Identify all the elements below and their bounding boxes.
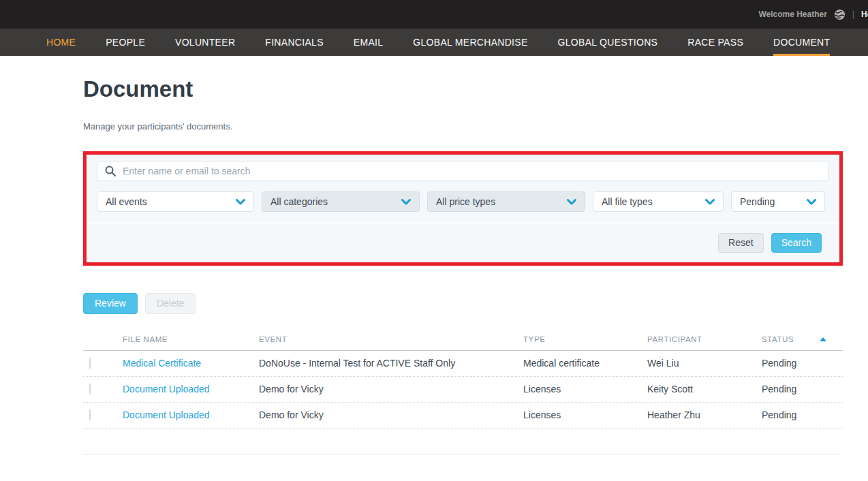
table-header-row: FILE NAME EVENT TYPE PARTICIPANT STATUS — [83, 329, 843, 351]
chevron-down-icon — [567, 196, 576, 207]
status-dropdown-value: Pending — [740, 196, 775, 207]
filter-dropdown-row: All events All categories All price type… — [87, 181, 839, 222]
column-header-file-name[interactable]: FILE NAME — [123, 335, 259, 343]
event-cell: DoNoUse - Internal Test for ACTIVE Staff… — [259, 358, 523, 369]
categories-dropdown-value: All categories — [270, 196, 328, 207]
table-footer-spacer — [83, 429, 843, 454]
categories-dropdown[interactable]: All categories — [262, 191, 420, 212]
participant-cell: Wei Liu — [647, 358, 762, 369]
price-types-dropdown[interactable]: All price types — [427, 191, 585, 212]
row-checkbox[interactable] — [89, 409, 91, 420]
chevron-down-icon — [401, 196, 411, 207]
page-subtitle: Manage your participants' documents. — [83, 121, 843, 131]
nav-item-race-pass[interactable]: RACE PASS — [687, 29, 743, 56]
nav-item-home[interactable]: HOME — [46, 29, 76, 56]
column-header-participant[interactable]: PARTICIPANT — [647, 335, 762, 343]
help-link[interactable]: Help — [861, 10, 868, 19]
review-button[interactable]: Review — [83, 293, 138, 314]
page-title: Document — [83, 78, 843, 100]
participant-cell: Heather Zhu — [647, 409, 762, 420]
nav-item-financials[interactable]: FINANCIALS — [265, 29, 323, 56]
search-button[interactable]: Search — [771, 233, 822, 253]
chevron-down-icon — [705, 196, 715, 207]
nav-item-global-questions[interactable]: GLOBAL QUESTIONS — [558, 29, 658, 56]
nav-item-volunteer[interactable]: VOLUNTEER — [175, 29, 235, 56]
table-row: Document Uploaded Demo for Vicky License… — [83, 377, 843, 403]
globe-icon[interactable] — [834, 9, 846, 20]
search-panel-footer: Reset Search — [87, 222, 839, 262]
file-name-link[interactable]: Medical Certificate — [123, 358, 259, 369]
topbar-separator: | — [852, 10, 854, 19]
event-cell: Demo for Vicky — [259, 384, 523, 394]
row-checkbox[interactable] — [89, 384, 91, 394]
status-cell: Pending — [762, 409, 843, 420]
type-cell: Licenses — [523, 409, 647, 420]
events-dropdown-value: All events — [106, 196, 147, 207]
type-cell: Licenses — [523, 384, 647, 394]
file-name-link[interactable]: Document Uploaded — [123, 409, 259, 420]
column-header-status[interactable]: STATUS — [762, 335, 843, 343]
reset-button[interactable]: Reset — [718, 233, 764, 253]
status-cell: Pending — [762, 358, 843, 369]
delete-button[interactable]: Delete — [145, 293, 196, 314]
nav-item-global-merchandise[interactable]: GLOBAL MERCHANDISE — [413, 29, 527, 56]
price-types-dropdown-value: All price types — [436, 196, 495, 207]
page-content: Document Manage your participants' docum… — [0, 78, 868, 454]
sort-ascending-icon[interactable] — [820, 337, 826, 341]
column-header-type[interactable]: TYPE — [523, 335, 647, 343]
file-name-link[interactable]: Document Uploaded — [123, 384, 259, 394]
topbar: Welcome Heather | Help — [0, 0, 868, 29]
file-types-dropdown[interactable]: All file types — [593, 191, 724, 212]
file-types-dropdown-value: All file types — [602, 196, 653, 207]
search-input[interactable] — [97, 161, 829, 181]
search-row — [87, 155, 839, 181]
table-row: Document Uploaded Demo for Vicky License… — [83, 403, 843, 429]
topbar-right: Welcome Heather | Help — [758, 0, 868, 29]
table-row: Medical Certificate DoNoUse - Internal T… — [83, 351, 843, 377]
type-cell: Medical certificate — [523, 358, 647, 369]
welcome-text: Welcome Heather — [758, 10, 826, 19]
main-nav: HOME PEOPLE VOLUNTEER FINANCIALS EMAIL G… — [0, 29, 868, 56]
nav-item-document[interactable]: DOCUMENT — [773, 29, 830, 56]
search-icon — [105, 166, 116, 176]
nav-item-email[interactable]: EMAIL — [354, 29, 384, 56]
status-header-label: STATUS — [762, 335, 794, 343]
chevron-down-icon — [236, 196, 245, 207]
chevron-down-icon — [807, 196, 816, 207]
documents-table: FILE NAME EVENT TYPE PARTICIPANT STATUS … — [83, 329, 843, 454]
search-filter-panel: All events All categories All price type… — [83, 151, 843, 266]
row-checkbox[interactable] — [89, 358, 91, 369]
nav-item-people[interactable]: PEOPLE — [106, 29, 145, 56]
event-cell: Demo for Vicky — [259, 409, 523, 420]
status-dropdown[interactable]: Pending — [731, 191, 825, 212]
column-header-event[interactable]: EVENT — [259, 335, 523, 343]
status-cell: Pending — [762, 384, 843, 394]
participant-cell: Keity Scott — [647, 384, 762, 394]
events-dropdown[interactable]: All events — [97, 191, 254, 212]
bulk-actions-row: Review Delete — [83, 293, 843, 314]
